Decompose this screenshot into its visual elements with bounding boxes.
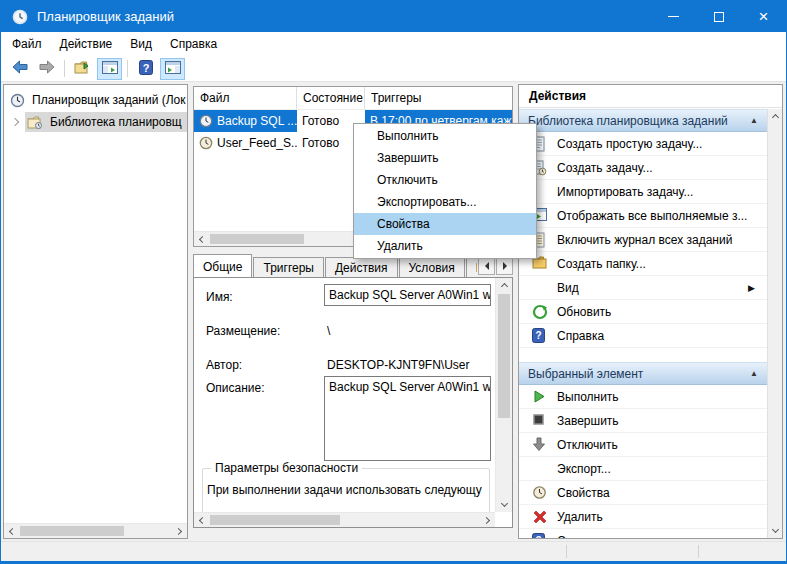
column-header-triggers[interactable]: Триггеры xyxy=(365,87,512,109)
scrollbar-thumb[interactable] xyxy=(210,234,304,244)
menu-help[interactable]: Справка xyxy=(161,34,226,54)
submenu-arrow-icon xyxy=(748,283,755,293)
tab-actions[interactable]: Действия xyxy=(325,257,398,277)
tree-item-task-scheduler-root[interactable]: Планировщик заданий (Лок xyxy=(4,89,187,111)
tab-scroll-left-button[interactable] xyxy=(478,257,495,275)
action-import-task[interactable]: Импортировать задачу... xyxy=(519,180,767,204)
menu-view[interactable]: Вид xyxy=(121,34,161,54)
tree-item-task-scheduler-library[interactable]: Библиотека планировщ xyxy=(4,111,187,133)
scrollbar-thumb[interactable] xyxy=(20,526,124,536)
minimize-button[interactable] xyxy=(651,1,696,32)
action-create-task[interactable]: Создать задачу... xyxy=(519,156,767,180)
tab-general[interactable]: Общие xyxy=(193,254,252,277)
context-menu-run[interactable]: Выполнить xyxy=(354,125,536,147)
action-new-folder[interactable]: Создать папку... xyxy=(519,252,767,276)
menubar: Файл Действие Вид Справка xyxy=(1,32,786,56)
name-field[interactable]: Backup SQL Server A0Win1 wee xyxy=(324,284,491,306)
library-folder-icon xyxy=(27,116,43,129)
action-disable[interactable]: Отключить xyxy=(519,433,767,457)
context-menu-properties[interactable]: Свойства xyxy=(354,213,536,235)
action-label: Экспорт... xyxy=(557,462,611,476)
back-button[interactable] xyxy=(7,58,32,80)
menu-action[interactable]: Действие xyxy=(51,34,122,54)
scroll-up-icon[interactable] xyxy=(497,278,512,293)
description-label: Описание: xyxy=(206,381,265,395)
scrollbar-thumb[interactable] xyxy=(768,109,782,259)
column-header-file[interactable]: Файл xyxy=(194,87,297,109)
action-enable-history[interactable]: Включить журнал всех заданий xyxy=(519,228,767,252)
tab-triggers[interactable]: Триггеры xyxy=(253,257,324,277)
scroll-down-icon[interactable] xyxy=(768,523,783,538)
tab-conditions[interactable]: Условия xyxy=(399,257,465,277)
action-pane-button[interactable] xyxy=(160,58,185,80)
action-label: Создать простую задачу... xyxy=(557,137,702,151)
forward-icon xyxy=(39,60,55,77)
properties-icon xyxy=(532,485,547,500)
scroll-left-icon[interactable] xyxy=(194,232,209,247)
forward-button[interactable] xyxy=(34,58,59,80)
task-clock-icon xyxy=(199,114,213,128)
scroll-down-icon[interactable] xyxy=(497,497,512,512)
actions-pane-title: Действия xyxy=(519,85,782,108)
collapse-arrow-icon[interactable] xyxy=(750,369,758,378)
action-label: Справка xyxy=(557,534,604,539)
menu-file[interactable]: Файл xyxy=(3,34,51,54)
author-label: Автор: xyxy=(206,358,242,372)
console-tree-button[interactable] xyxy=(97,58,122,80)
action-label: Создать папку... xyxy=(557,257,646,271)
context-menu-delete[interactable]: Удалить xyxy=(354,235,536,257)
action-view[interactable]: Вид xyxy=(519,276,767,300)
scheduler-clock-icon xyxy=(10,93,25,108)
toolbar: ? xyxy=(1,56,786,82)
context-menu-end[interactable]: Завершить xyxy=(354,147,536,169)
export-list-button[interactable] xyxy=(70,58,95,80)
task-clock-icon xyxy=(199,136,213,150)
statusbar xyxy=(1,541,786,561)
action-properties[interactable]: Свойства xyxy=(519,481,767,505)
group-header-label: Выбранный элемент xyxy=(528,367,643,381)
tab-scroll-right-button[interactable] xyxy=(496,257,513,275)
action-help[interactable]: ? Справка xyxy=(519,324,767,348)
tree-horizontal-scrollbar[interactable] xyxy=(4,523,187,538)
chevron-right-icon[interactable] xyxy=(11,118,19,126)
svg-text:?: ? xyxy=(535,330,541,341)
toolbar-separator xyxy=(127,60,128,77)
description-field[interactable]: Backup SQL Server A0Win1 wee xyxy=(324,376,491,461)
close-button[interactable] xyxy=(741,1,786,32)
scrollbar-thumb[interactable] xyxy=(210,515,340,525)
context-menu-disable[interactable]: Отключить xyxy=(354,169,536,191)
group-header-library[interactable]: Библиотека планировщика заданий xyxy=(519,109,767,132)
action-run[interactable]: Выполнить xyxy=(519,385,767,409)
action-label: Вид xyxy=(557,281,579,295)
location-label: Размещение: xyxy=(206,324,280,338)
action-display-running-tasks[interactable]: Отображать все выполняемые з... xyxy=(519,204,767,228)
group-header-selected-item[interactable]: Выбранный элемент xyxy=(519,362,767,385)
scroll-right-icon[interactable] xyxy=(480,513,495,528)
action-label: Отключить xyxy=(557,438,618,452)
main-area: Планировщик заданий (Лок Библиотека план… xyxy=(1,82,786,541)
titlebar: Планировщик заданий xyxy=(1,1,786,32)
scroll-left-icon[interactable] xyxy=(4,524,19,539)
collapse-arrow-icon[interactable] xyxy=(750,116,758,125)
actions-vertical-scrollbar[interactable] xyxy=(767,109,782,538)
help-button[interactable]: ? xyxy=(133,58,158,80)
action-end[interactable]: Завершить xyxy=(519,409,767,433)
scroll-right-icon[interactable] xyxy=(172,524,187,539)
details-vertical-scrollbar[interactable] xyxy=(495,278,512,512)
action-delete[interactable]: Удалить xyxy=(519,505,767,529)
action-label: Импортировать задачу... xyxy=(557,185,693,199)
scrollbar-thumb[interactable] xyxy=(498,294,510,418)
action-label: Обновить xyxy=(557,305,611,319)
scroll-up-icon[interactable] xyxy=(768,109,783,124)
action-label: Свойства xyxy=(557,486,610,500)
action-refresh[interactable]: Обновить xyxy=(519,300,767,324)
context-menu-export[interactable]: Экспортировать... xyxy=(354,191,536,213)
action-help-selected[interactable]: ? Справка xyxy=(519,529,767,538)
details-horizontal-scrollbar[interactable] xyxy=(194,512,495,527)
maximize-button[interactable] xyxy=(696,1,741,32)
delete-icon xyxy=(532,509,548,525)
scroll-left-icon[interactable] xyxy=(194,513,209,528)
action-create-basic-task[interactable]: Создать простую задачу... xyxy=(519,132,767,156)
action-export[interactable]: Экспорт... xyxy=(519,457,767,481)
column-header-status[interactable]: Состояние xyxy=(297,87,365,109)
